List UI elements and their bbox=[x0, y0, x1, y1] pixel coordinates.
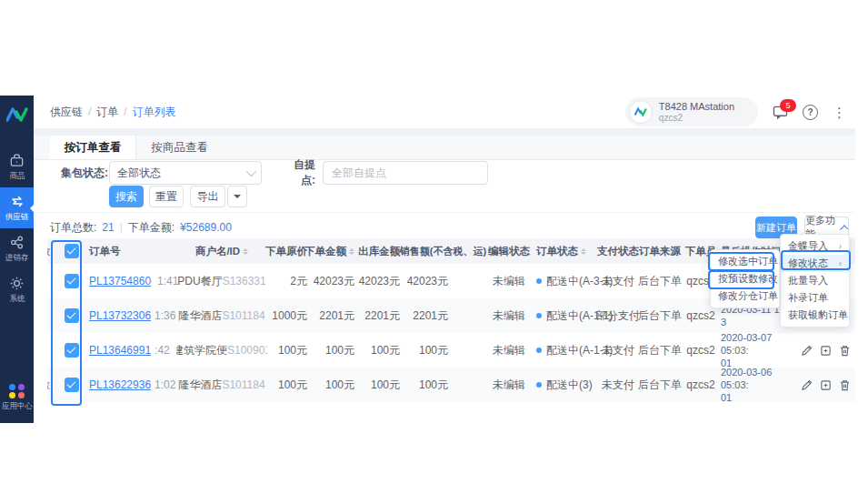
tab-by-product[interactable]: 按商品查看 bbox=[136, 136, 223, 159]
breadcrumb: 供应链 / 订单 / 订单列表 bbox=[50, 105, 176, 120]
select-all-checkbox[interactable] bbox=[55, 244, 89, 258]
row-checkbox[interactable] bbox=[55, 378, 89, 392]
pickup-placeholder: 全部自提点 bbox=[332, 166, 386, 181]
order-time-fragment: 1:36 bbox=[155, 309, 175, 322]
edit-icon[interactable] bbox=[801, 379, 813, 391]
order-time-fragment: 1:02 bbox=[155, 378, 175, 391]
menu-item-modify-status[interactable]: 修改状态› bbox=[781, 255, 849, 272]
top-bar: 供应链 / 订单 / 订单列表 T8428 MAstation qzcs2 bbox=[34, 96, 855, 129]
checkbox-checked-icon[interactable] bbox=[65, 274, 79, 288]
order-time-fragment: 1:41 bbox=[157, 275, 178, 287]
pickup-input[interactable]: 全部自提点 bbox=[323, 161, 488, 185]
clipped-column-text: 数 bbox=[47, 245, 55, 258]
amount-value: ¥52689.00 bbox=[180, 221, 232, 234]
submenu-arrow-icon: › bbox=[839, 258, 842, 268]
breadcrumb-separator: / bbox=[124, 106, 126, 118]
sidebar-item-label: 应用中心 bbox=[1, 400, 32, 411]
checkbox-checked-icon[interactable] bbox=[65, 343, 79, 358]
filter-buttons: 搜索 重置 导出 bbox=[34, 186, 855, 207]
pack-status-value: 全部状态 bbox=[117, 166, 161, 181]
merchant-name: 隆华酒店 bbox=[178, 378, 222, 393]
kebab-menu-icon[interactable]: ⋮ bbox=[833, 106, 846, 119]
order-link[interactable]: PL13754860 bbox=[89, 275, 151, 287]
col-order-no[interactable]: 订单号 bbox=[89, 245, 176, 258]
sidebar-item-products[interactable]: 商品 bbox=[0, 146, 34, 187]
caret-up-icon bbox=[840, 225, 848, 233]
delete-icon[interactable] bbox=[839, 379, 851, 391]
row-checkbox[interactable] bbox=[55, 274, 89, 288]
submenu-item-modify-selected[interactable]: 修改选中订单 bbox=[711, 253, 779, 270]
pack-status-select[interactable]: 全部状态 bbox=[109, 161, 262, 185]
sidebar-item-label: 进销存 bbox=[5, 252, 29, 263]
col-outbound-amount[interactable]: 出库金额 bbox=[354, 245, 400, 258]
status-dot bbox=[536, 278, 542, 284]
col-order-amount[interactable]: 下单金额 bbox=[307, 245, 354, 258]
sort-icon[interactable] bbox=[581, 248, 586, 255]
sidebar-item-inventory[interactable]: 进销存 bbox=[0, 228, 34, 269]
col-original-price[interactable]: 下单原价 bbox=[267, 245, 307, 258]
sidebar-item-system[interactable]: 系统 bbox=[0, 269, 34, 310]
table-row[interactable]: 数 PL13622936 1:02 隆华酒店S101184 100元 100元 … bbox=[47, 368, 855, 402]
reset-button[interactable]: 重置 bbox=[149, 186, 184, 207]
checkbox-checked-icon[interactable] bbox=[65, 308, 79, 323]
sales-amount: 42023元 bbox=[400, 274, 486, 289]
gear-icon bbox=[9, 276, 25, 291]
order-link[interactable]: PL13732306 bbox=[89, 309, 151, 322]
col-pay-status[interactable]: 支付状态 bbox=[597, 245, 639, 258]
pay-status: 未支付 bbox=[597, 343, 639, 358]
submenu-item-modify-split-warehouse[interactable]: 修改分仓订单 bbox=[711, 287, 779, 305]
submenu-item-modify-by-preset[interactable]: 按预设数修改 bbox=[711, 270, 779, 287]
row-checkbox[interactable] bbox=[55, 343, 89, 358]
status-dot bbox=[536, 348, 542, 353]
checkbox-checked-icon[interactable] bbox=[65, 244, 79, 258]
menu-item-kingdee-import[interactable]: 金蝶导入› bbox=[781, 237, 849, 255]
export-button[interactable]: 导出 bbox=[190, 186, 225, 207]
amount-label: 下单金额: bbox=[128, 220, 175, 236]
export-dropdown-button[interactable] bbox=[227, 186, 247, 207]
page: 商品 供应链 进销存 系统 bbox=[0, 0, 868, 504]
delete-icon[interactable] bbox=[839, 345, 851, 357]
tab-by-order[interactable]: 按订单查看 bbox=[50, 136, 136, 159]
breadcrumb-item-current: 订单列表 bbox=[133, 105, 176, 120]
swap-arrows-icon bbox=[9, 194, 25, 209]
messages-icon[interactable]: 5 bbox=[773, 106, 788, 119]
checkbox-checked-icon[interactable] bbox=[65, 378, 79, 392]
col-merchant[interactable]: 商户名/ID bbox=[176, 245, 267, 258]
breadcrumb-item[interactable]: 订单 bbox=[96, 105, 118, 120]
sidebar-item-label: 供应链 bbox=[5, 211, 29, 222]
merchant-id: S100901 bbox=[227, 344, 267, 357]
background-band bbox=[34, 129, 855, 136]
col-order-status[interactable]: 订单状态 bbox=[532, 245, 597, 258]
breadcrumb-item[interactable]: 供应链 bbox=[50, 105, 83, 120]
order-link[interactable]: PL13646991 bbox=[89, 344, 151, 357]
col-source[interactable]: 订单来源 bbox=[639, 245, 681, 258]
modify-status-submenu: 修改选中订单 按预设数修改 修改分仓订单 bbox=[710, 249, 780, 308]
col-sales[interactable]: 销售额(不含税、运) bbox=[400, 245, 486, 258]
col-edit-status[interactable]: 编辑状态 bbox=[486, 245, 532, 258]
menu-item-batch-import[interactable]: 批量导入 bbox=[781, 272, 849, 289]
merchant-name: 建筑学院便 bbox=[176, 343, 227, 358]
merchant-id: S136331 bbox=[223, 275, 266, 287]
clerk: qzcs2 bbox=[681, 309, 721, 322]
user-menu[interactable]: T8428 MAstation qzcs2 bbox=[625, 97, 758, 126]
edit-icon[interactable] bbox=[801, 345, 813, 357]
menu-item-fetch-pos-orders[interactable]: 获取银豹订单 bbox=[781, 307, 849, 324]
order-link[interactable]: PL13622936 bbox=[89, 378, 151, 391]
sidebar-item-supply-chain[interactable]: 供应链 bbox=[0, 187, 34, 228]
search-button[interactable]: 搜索 bbox=[109, 186, 144, 207]
clipped-column-text: 数 bbox=[47, 378, 55, 392]
sidebar-item-label: 系统 bbox=[9, 293, 25, 304]
copy-icon[interactable] bbox=[820, 345, 832, 357]
copy-icon[interactable] bbox=[820, 379, 832, 391]
sort-icon[interactable] bbox=[243, 248, 248, 255]
help-icon[interactable]: ? bbox=[803, 105, 818, 120]
table-row[interactable]: PL13646991 :42 建筑学院便S100901 100元 100元 10… bbox=[47, 333, 855, 368]
menu-item-supplement-order[interactable]: 补录订单 bbox=[781, 289, 849, 307]
app-logo-icon bbox=[6, 103, 28, 126]
last-op-time: 2020-03-06 05:03: 01 bbox=[721, 366, 795, 405]
chevron-down-icon bbox=[246, 166, 256, 176]
row-checkbox[interactable] bbox=[55, 308, 89, 323]
sidebar-item-app-center[interactable]: 应用中心 bbox=[0, 378, 34, 418]
merchant-id: S101184 bbox=[222, 378, 264, 391]
original-price: 1000元 bbox=[267, 308, 307, 324]
